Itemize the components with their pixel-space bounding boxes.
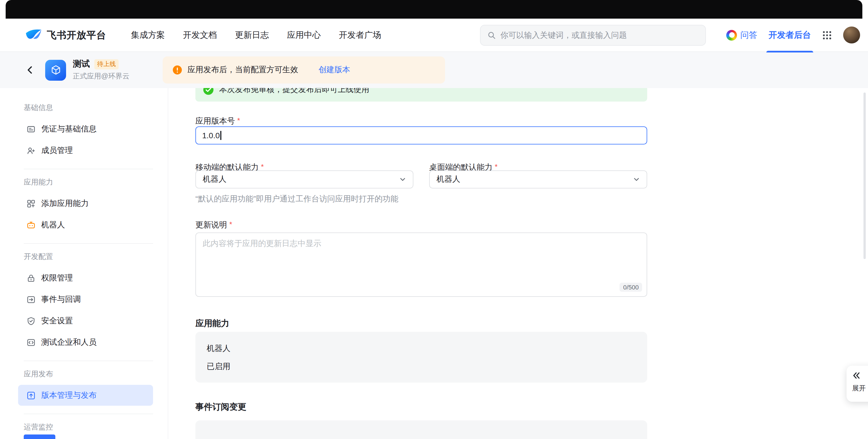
char-counter: 0/500 bbox=[620, 283, 642, 292]
chevron-down-icon bbox=[399, 176, 406, 183]
text-caret bbox=[220, 131, 221, 140]
sidebar-item-label: 机器人 bbox=[41, 220, 65, 230]
sidebar-item-add-capability[interactable]: 添加应用能力 bbox=[18, 193, 153, 214]
app-titles: 测试 待上线 正式应用@环界云 bbox=[73, 59, 129, 81]
sidebar-section-monitoring: 运营监控 bbox=[24, 422, 168, 432]
update-notes-textarea[interactable]: 此内容将于应用的更新日志中显示 0/500 bbox=[195, 233, 647, 297]
feishu-brand[interactable]: 飞书开放平台 bbox=[25, 28, 106, 42]
app-cube-icon bbox=[45, 60, 66, 80]
desktop-capability-select[interactable]: 机器人 bbox=[429, 170, 647, 189]
window-topbar bbox=[6, 0, 862, 19]
permission-lock-icon bbox=[27, 273, 36, 282]
app-name: 测试 bbox=[73, 59, 90, 69]
event-section-title: 事件订阅变更 bbox=[195, 402, 246, 412]
back-button[interactable] bbox=[25, 65, 35, 75]
sidebar-section-capabilities: 应用能力 bbox=[24, 177, 168, 187]
code-brackets-icon bbox=[27, 338, 36, 347]
sidebar-item-label: 添加应用能力 bbox=[41, 198, 89, 208]
feishu-logo-icon bbox=[25, 28, 42, 42]
success-banner: 本次发布免审核，提交发布后即可上线使用 bbox=[195, 88, 647, 102]
mobile-capability-select[interactable]: 机器人 bbox=[195, 170, 413, 189]
event-callback-icon bbox=[27, 295, 36, 304]
sidebar-item-test-org[interactable]: 测试企业和人员 bbox=[18, 332, 153, 353]
update-notes-placeholder: 此内容将于应用的更新日志中显示 bbox=[203, 239, 321, 248]
double-chevron-left-icon bbox=[852, 371, 868, 380]
qa-button[interactable]: 问答 bbox=[726, 30, 757, 40]
sidebar-section-basic-info: 基础信息 bbox=[24, 103, 168, 113]
sidebar-divider bbox=[24, 243, 153, 244]
nav-item-integration[interactable]: 集成方案 bbox=[131, 30, 165, 40]
search-placeholder: 你可以输入关键词，或直接输入问题 bbox=[500, 30, 627, 40]
brand-name: 飞书开放平台 bbox=[47, 29, 106, 41]
warning-icon bbox=[173, 65, 182, 74]
expand-label: 展开 bbox=[852, 384, 868, 393]
sidebar-divider bbox=[24, 169, 153, 169]
nav-item-changelog[interactable]: 更新日志 bbox=[235, 30, 269, 40]
nav-item-dev-marketplace[interactable]: 开发者广场 bbox=[339, 30, 381, 40]
add-capability-icon bbox=[27, 199, 36, 208]
sidebar-item-label: 测试企业和人员 bbox=[41, 337, 97, 347]
sidebar-item-robot[interactable]: 机器人 bbox=[18, 214, 153, 235]
sidebar-item-credentials[interactable]: 凭证与基础信息 bbox=[18, 119, 153, 139]
shield-icon bbox=[27, 316, 36, 325]
developer-console-label: 开发者后台 bbox=[769, 30, 811, 40]
search-icon bbox=[487, 31, 496, 39]
create-version-link[interactable]: 创建版本 bbox=[318, 65, 350, 75]
app-subtitle: 正式应用@环界云 bbox=[73, 72, 129, 81]
sidebar-section-dev-config: 开发配置 bbox=[24, 252, 168, 262]
capability-hint: “默认的应用功能”即用户通过工作台访问应用时打开的功能 bbox=[195, 194, 398, 204]
warning-banner: 应用发布后，当前配置方可生效 创建版本 bbox=[163, 57, 445, 83]
main-content: 本次发布免审核，提交发布后即可上线使用 应用版本号 1.0.0 移动端的默认能力… bbox=[168, 88, 868, 439]
scrollbar-thumb[interactable] bbox=[864, 93, 866, 259]
credential-icon bbox=[27, 125, 36, 133]
sidebar-item-label: 成员管理 bbox=[41, 145, 73, 156]
sidebar-item-label: 版本管理与发布 bbox=[41, 390, 97, 400]
status-badge: 待上线 bbox=[94, 59, 119, 69]
qa-label: 问答 bbox=[740, 30, 757, 40]
app-version-input[interactable]: 1.0.0 bbox=[195, 126, 647, 144]
capability-status: 已启用 bbox=[207, 362, 230, 372]
expand-panel-button[interactable]: 展开 bbox=[846, 366, 868, 402]
members-icon bbox=[27, 146, 36, 155]
sidebar-section-release: 应用发布 bbox=[24, 369, 168, 379]
tab-developer-console[interactable]: 开发者后台 bbox=[769, 18, 811, 52]
event-subscription-card bbox=[195, 420, 647, 439]
partially-visible-element bbox=[24, 435, 55, 439]
search-input[interactable]: 你可以输入关键词，或直接输入问题 bbox=[480, 25, 706, 46]
success-check-icon bbox=[203, 88, 214, 95]
capability-summary-card: 机器人 已启用 bbox=[195, 332, 647, 382]
success-banner-text: 本次发布免审核，提交发布后即可上线使用 bbox=[219, 88, 369, 95]
version-label: 应用版本号 bbox=[195, 116, 240, 126]
sidebar-item-security[interactable]: 安全设置 bbox=[18, 310, 153, 331]
sidebar-item-label: 安全设置 bbox=[41, 316, 73, 326]
sidebar-item-version-release[interactable]: 版本管理与发布 bbox=[18, 385, 153, 406]
sidebar-divider bbox=[24, 414, 153, 414]
app-identity: 测试 待上线 正式应用@环界云 bbox=[45, 59, 129, 81]
qa-rainbow-icon bbox=[726, 30, 737, 40]
robot-icon bbox=[27, 221, 36, 229]
nav-item-app-center[interactable]: 应用中心 bbox=[287, 30, 321, 40]
sidebar-item-members[interactable]: 成员管理 bbox=[18, 140, 153, 161]
sidebar-divider bbox=[24, 361, 153, 361]
main-nav: 集成方案 开发文档 更新日志 应用中心 开发者广场 bbox=[131, 30, 381, 40]
sidebar-item-label: 事件与回调 bbox=[41, 294, 81, 304]
sidebar-item-label: 权限管理 bbox=[41, 273, 73, 283]
version-value: 1.0.0 bbox=[202, 131, 220, 140]
capability-section-title: 应用能力 bbox=[195, 318, 229, 329]
update-notes-label: 更新说明 bbox=[195, 220, 232, 230]
top-navbar: 飞书开放平台 集成方案 开发文档 更新日志 应用中心 开发者广场 你可以输入关键… bbox=[0, 19, 868, 52]
sidebar-item-permissions[interactable]: 权限管理 bbox=[18, 267, 153, 288]
header-right: 问答 开发者后台 bbox=[726, 19, 860, 52]
sidebar: 基础信息 凭证与基础信息 成员管理 应用能力 bbox=[0, 88, 168, 439]
apps-grid-icon[interactable] bbox=[822, 30, 832, 40]
app-header-bar: 测试 待上线 正式应用@环界云 应用发布后，当前配置方可生效 创建版本 bbox=[0, 52, 868, 88]
sidebar-item-label: 凭证与基础信息 bbox=[41, 124, 97, 134]
capability-name: 机器人 bbox=[207, 344, 230, 354]
page: 飞书开放平台 集成方案 开发文档 更新日志 应用中心 开发者广场 你可以输入关键… bbox=[0, 0, 868, 439]
user-avatar[interactable] bbox=[843, 27, 860, 43]
desktop-capability-value: 机器人 bbox=[437, 174, 460, 184]
sidebar-item-events-callbacks[interactable]: 事件与回调 bbox=[18, 289, 153, 310]
nav-item-docs[interactable]: 开发文档 bbox=[183, 30, 217, 40]
warning-text: 应用发布后，当前配置方可生效 bbox=[187, 65, 298, 75]
chevron-down-icon bbox=[633, 176, 640, 183]
